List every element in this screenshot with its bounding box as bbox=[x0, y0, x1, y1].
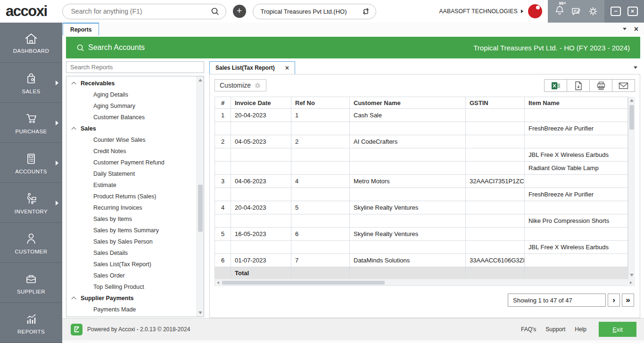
report-tree-item[interactable]: Receivables bbox=[66, 78, 197, 89]
quick-add-button[interactable]: + bbox=[233, 5, 246, 18]
scroll-up-icon[interactable] bbox=[198, 79, 202, 82]
cell-invoice-date[interactable]: 04-06-2023 bbox=[231, 175, 291, 188]
cell-index[interactable] bbox=[215, 122, 231, 135]
report-tree-item[interactable]: Top Selling Product bbox=[66, 281, 197, 293]
col-invoice-date[interactable]: Invoice Date bbox=[231, 97, 291, 109]
col-ref-no[interactable]: Ref No bbox=[291, 97, 350, 109]
cell-gstin[interactable] bbox=[466, 188, 525, 201]
collapse-caret-icon[interactable] bbox=[72, 127, 76, 132]
cell-ref-no[interactable]: 1 bbox=[291, 109, 350, 122]
table-row[interactable]: 3 04-06-2023 4 Metro Motors 32AAACI7351P… bbox=[215, 175, 628, 188]
report-tree-item[interactable]: Estimate bbox=[66, 180, 197, 191]
cell-ref-no[interactable] bbox=[291, 241, 350, 254]
cell-gstin[interactable] bbox=[466, 135, 525, 148]
cell-customer-name[interactable] bbox=[350, 241, 466, 254]
report-tab-caret-icon[interactable] bbox=[634, 66, 637, 69]
sidebar-item-accounts[interactable]: ACCOUNTS bbox=[0, 143, 62, 183]
cell-customer-name[interactable] bbox=[350, 148, 466, 162]
cell-ref-no[interactable] bbox=[291, 122, 350, 135]
cell-item-name[interactable]: Radiant Glow Table Lamp bbox=[525, 162, 628, 175]
table-row[interactable]: 6 01-07-2023 7 DataMinds Solutions 33AAA… bbox=[215, 254, 628, 267]
cell-invoice-date[interactable] bbox=[231, 241, 291, 254]
report-tree-item[interactable]: Credit Notes bbox=[66, 146, 197, 157]
table-scrollbar[interactable] bbox=[628, 97, 635, 279]
export-excel-button[interactable] bbox=[544, 79, 567, 92]
cell-invoice-date[interactable] bbox=[231, 162, 291, 175]
tree-scrollbar[interactable] bbox=[197, 76, 204, 317]
cell-index[interactable]: 3 bbox=[215, 175, 231, 188]
table-horizontal-scrollbar[interactable] bbox=[215, 279, 635, 286]
email-button[interactable] bbox=[612, 79, 635, 92]
switch-company-icon[interactable] bbox=[362, 7, 370, 16]
scroll-left-icon[interactable] bbox=[217, 281, 219, 284]
cell-invoice-date[interactable] bbox=[231, 148, 291, 162]
cell-index[interactable] bbox=[215, 241, 231, 254]
report-tree-item[interactable]: Recurring Invoices bbox=[66, 202, 197, 213]
cell-item-name[interactable]: FreshBreeze Air Purifier bbox=[525, 188, 628, 201]
cell-ref-no[interactable]: 7 bbox=[291, 254, 350, 267]
table-row[interactable]: 1 20-04-2023 1 Cash Sale bbox=[215, 109, 628, 122]
table-row[interactable]: JBL Free X Wireless Earbuds bbox=[215, 241, 628, 254]
collapse-caret-icon[interactable] bbox=[72, 297, 76, 302]
cell-ref-no[interactable]: 2 bbox=[291, 135, 350, 148]
cell-gstin[interactable] bbox=[466, 201, 525, 214]
sidebar-item-sales[interactable]: SALES bbox=[0, 63, 62, 103]
cell-invoice-date[interactable] bbox=[231, 122, 291, 135]
cell-customer-name[interactable]: Skyline Realty Ventures bbox=[350, 201, 466, 214]
table-row[interactable]: FreshBreeze Air Purifier bbox=[215, 188, 628, 201]
report-tree-item[interactable]: Sales by Sales Person bbox=[66, 236, 197, 247]
cell-gstin[interactable] bbox=[466, 228, 525, 241]
report-tree-item[interactable]: Daily Statement bbox=[66, 168, 197, 180]
report-tree-item[interactable]: Sales by Items bbox=[66, 213, 197, 225]
sidebar-item-purchase[interactable]: PURCHASE bbox=[0, 103, 62, 143]
col-gstin[interactable]: GSTIN bbox=[466, 97, 525, 109]
sidebar-item-inventory[interactable]: INVENTORY bbox=[0, 183, 62, 223]
cell-ref-no[interactable]: 6 bbox=[291, 228, 350, 241]
sidebar-item-dashboard[interactable]: DASHBOARD bbox=[0, 23, 62, 63]
cell-invoice-date[interactable]: 20-04-2023 bbox=[231, 201, 291, 214]
report-tree-item[interactable]: Sales bbox=[66, 123, 197, 134]
cell-ref-no[interactable] bbox=[291, 148, 350, 162]
tab-reports[interactable]: Reports bbox=[63, 23, 99, 35]
cell-invoice-date[interactable]: 01-07-2023 bbox=[231, 254, 291, 267]
user-avatar[interactable] bbox=[528, 4, 542, 18]
cell-ref-no[interactable] bbox=[291, 214, 350, 228]
scrollbar-thumb[interactable] bbox=[629, 105, 634, 130]
cell-item-name[interactable]: JBL Free X Wireless Earbuds bbox=[525, 241, 628, 254]
cell-gstin[interactable] bbox=[466, 241, 525, 254]
cell-customer-name[interactable] bbox=[350, 162, 466, 175]
cell-customer-name[interactable] bbox=[350, 188, 466, 201]
global-search[interactable] bbox=[62, 4, 226, 19]
cell-gstin[interactable]: 32AAACI7351P1ZC bbox=[466, 175, 525, 188]
cell-item-name[interactable] bbox=[525, 135, 628, 148]
cell-invoice-date[interactable] bbox=[231, 188, 291, 201]
settings-gear-icon[interactable] bbox=[588, 6, 598, 16]
cell-item-name[interactable]: Nike Pro Compression Shorts bbox=[525, 214, 628, 228]
cell-index[interactable]: 5 bbox=[215, 228, 231, 241]
cell-gstin[interactable] bbox=[466, 162, 525, 175]
report-tree-item[interactable]: Customer Payment Refund bbox=[66, 157, 197, 168]
customize-button[interactable]: Customize bbox=[215, 79, 266, 91]
cell-index[interactable]: 2 bbox=[215, 135, 231, 148]
cell-ref-no[interactable]: 5 bbox=[291, 201, 350, 214]
report-tree-item[interactable]: Sales List(Tax Report) bbox=[66, 259, 197, 270]
cell-gstin[interactable] bbox=[466, 148, 525, 162]
scroll-down-icon[interactable] bbox=[198, 311, 202, 314]
cell-customer-name[interactable]: AI CodeCrafters bbox=[350, 135, 466, 148]
table-row[interactable]: Nike Pro Compression Shorts bbox=[215, 214, 628, 228]
support-link[interactable]: Support bbox=[545, 326, 565, 333]
search-reports-input[interactable] bbox=[66, 61, 204, 73]
cell-item-name[interactable] bbox=[525, 201, 628, 214]
minimize-button[interactable]: − bbox=[611, 7, 621, 16]
cell-gstin[interactable] bbox=[466, 122, 525, 135]
report-tree-item[interactable]: Aging Summary bbox=[66, 100, 197, 112]
cell-item-name[interactable] bbox=[525, 228, 628, 241]
report-tree-item[interactable]: Sales by Items Summary bbox=[66, 225, 197, 236]
cell-gstin[interactable] bbox=[466, 214, 525, 228]
scroll-right-icon[interactable] bbox=[630, 281, 632, 284]
company-selector[interactable]: Tropical Treasures Pvt Ltd.(HO) bbox=[253, 4, 376, 19]
tab-strip-close-icon[interactable]: × bbox=[634, 25, 638, 33]
print-button[interactable] bbox=[589, 79, 612, 92]
report-tree-item[interactable]: Product Returns (Sales) bbox=[66, 191, 197, 202]
cell-item-name[interactable] bbox=[525, 254, 628, 267]
